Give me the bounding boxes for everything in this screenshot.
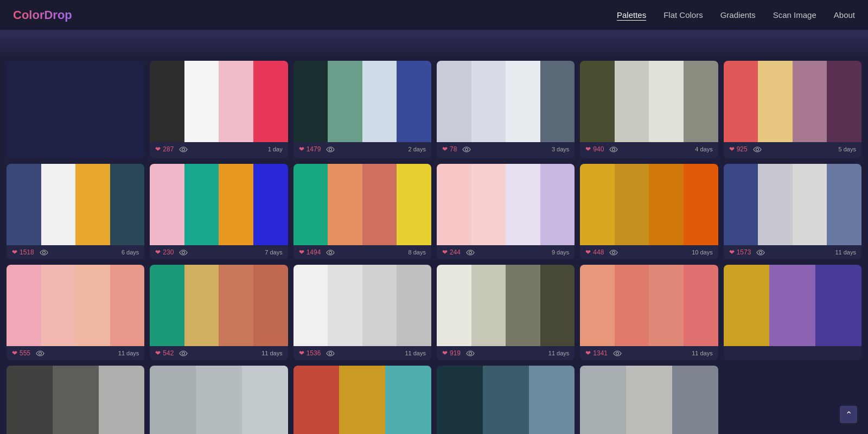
like-number: 78 (450, 145, 457, 153)
view-icon[interactable] (179, 250, 188, 256)
view-icon[interactable] (466, 350, 475, 356)
palette-card[interactable]: ❤54211 days (150, 265, 288, 360)
color-swatch (7, 265, 41, 346)
palette-card[interactable] (437, 366, 575, 434)
like-count[interactable]: ❤555 (12, 349, 30, 357)
view-icon[interactable] (466, 250, 475, 256)
palette-footer: ❤14792 days (293, 142, 431, 156)
nav-item-gradients[interactable]: Gradients (720, 10, 756, 20)
palette-card[interactable]: ❤14792 days (293, 61, 431, 158)
view-icon[interactable] (326, 146, 335, 152)
like-count[interactable]: ❤925 (729, 145, 748, 153)
nav-item-scan-image[interactable]: Scan Image (773, 10, 816, 20)
palette-card[interactable]: ❤2307 days (150, 164, 288, 259)
view-icon[interactable] (179, 146, 188, 152)
palette-time: 8 days (409, 249, 426, 256)
svg-point-26 (326, 350, 335, 356)
like-number: 940 (593, 145, 604, 153)
palette-card[interactable]: ❤55511 days (7, 265, 144, 360)
palette-card[interactable]: ❤134111 days (580, 265, 718, 360)
like-count[interactable]: ❤287 (155, 145, 174, 153)
like-count[interactable]: ❤1341 (585, 349, 608, 357)
color-swatch (7, 366, 53, 434)
palette-card[interactable]: ❤15186 days (7, 164, 144, 259)
palette-card[interactable] (150, 366, 288, 434)
svg-point-9 (756, 148, 758, 151)
heart-icon: ❤ (12, 349, 17, 357)
svg-point-11 (42, 251, 45, 254)
like-count[interactable]: ❤1573 (729, 248, 751, 256)
svg-point-3 (329, 148, 332, 151)
svg-point-5 (465, 148, 468, 151)
palette-card[interactable]: ❤9255 days (724, 61, 861, 158)
palette-card[interactable]: ❤9404 days (580, 61, 718, 158)
palette-card[interactable]: ❤91911 days (437, 265, 575, 360)
like-count[interactable]: ❤542 (155, 349, 174, 357)
color-swatch (328, 61, 362, 142)
palette-card[interactable]: ❤2449 days (437, 164, 575, 259)
like-number: 244 (450, 248, 461, 256)
palette-swatches (724, 61, 861, 142)
palette-card[interactable] (7, 61, 144, 158)
palette-swatches (437, 366, 575, 434)
palette-footer: ❤44810 days (580, 245, 718, 259)
palette-card[interactable]: ❤153611 days (293, 265, 431, 360)
like-count[interactable]: ❤1479 (299, 145, 321, 153)
color-swatch (219, 61, 253, 142)
view-icon[interactable] (36, 350, 44, 356)
svg-point-13 (182, 251, 185, 254)
color-swatch (242, 366, 288, 434)
nav-item-about[interactable]: About (834, 10, 855, 20)
like-count[interactable]: ❤448 (585, 248, 604, 256)
palette-swatches (580, 265, 718, 346)
like-count[interactable]: ❤919 (442, 349, 461, 357)
palette-card[interactable] (7, 366, 144, 434)
palette-card[interactable]: ❤44810 days (580, 164, 718, 259)
color-swatch (293, 265, 328, 346)
nav-item-flat-colors[interactable]: Flat Colors (663, 10, 703, 20)
view-icon[interactable] (753, 146, 762, 152)
palette-card[interactable] (580, 366, 718, 434)
palette-card[interactable] (293, 366, 431, 434)
like-count[interactable]: ❤244 (442, 248, 461, 256)
like-count[interactable]: ❤1518 (12, 248, 34, 256)
palette-card[interactable]: ❤14948 days (293, 164, 431, 259)
nav-item-palettes[interactable]: Palettes (617, 10, 646, 20)
like-count[interactable]: ❤940 (585, 145, 604, 153)
svg-point-2 (326, 146, 335, 152)
palette-card[interactable] (724, 265, 861, 360)
like-count[interactable]: ❤78 (442, 145, 457, 153)
color-swatch (53, 366, 99, 434)
like-number: 1536 (307, 349, 321, 357)
view-icon[interactable] (609, 146, 618, 152)
like-number: 542 (163, 349, 174, 357)
view-icon[interactable] (609, 250, 618, 256)
view-icon[interactable] (756, 250, 765, 256)
view-icon[interactable] (326, 350, 335, 356)
view-icon[interactable] (462, 146, 471, 152)
heart-icon: ❤ (442, 145, 448, 153)
like-count[interactable]: ❤1536 (299, 349, 321, 357)
palette-card[interactable]: ❤783 days (437, 61, 575, 158)
color-swatch (649, 61, 684, 142)
scroll-top-button[interactable]: ⌃ (840, 406, 857, 423)
color-swatch (110, 164, 145, 245)
view-icon[interactable] (179, 350, 188, 356)
like-count[interactable]: ❤1494 (299, 248, 321, 256)
palette-footer: ❤157311 days (724, 245, 861, 259)
color-swatch (437, 164, 471, 245)
like-count[interactable]: ❤230 (155, 248, 174, 256)
color-swatch (483, 366, 529, 434)
view-icon[interactable] (40, 250, 48, 256)
palette-card[interactable]: ❤2871 day (150, 61, 288, 158)
view-icon[interactable] (326, 250, 335, 256)
color-swatch (437, 61, 471, 142)
view-icon[interactable] (613, 350, 622, 356)
palette-swatches (293, 164, 431, 245)
color-swatch (580, 164, 615, 245)
palette-card[interactable]: ❤157311 days (724, 164, 861, 259)
heart-icon: ❤ (155, 349, 161, 357)
color-swatch (827, 164, 861, 245)
color-swatch (385, 366, 431, 434)
color-swatch (471, 265, 506, 346)
